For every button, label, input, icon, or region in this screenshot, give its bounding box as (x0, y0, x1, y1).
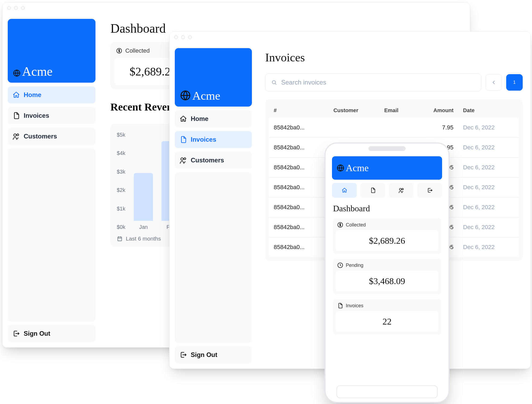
signout-icon (180, 351, 187, 359)
signout-button[interactable]: Sign Out (8, 325, 95, 342)
cell-id: 85842ba0... (269, 118, 329, 138)
cell-date: Dec 6, 2022 (458, 138, 519, 158)
users-icon (13, 133, 20, 140)
signout-label: Sign Out (24, 330, 50, 337)
cell-id: 85842ba0... (269, 237, 329, 257)
window-zoom-icon[interactable] (21, 6, 25, 10)
document-icon (370, 187, 376, 193)
home-icon (13, 91, 20, 99)
window-titlebar (169, 32, 531, 43)
sidebar-spacer (175, 172, 252, 343)
sidebar-item-home[interactable]: Home (175, 110, 252, 127)
home-icon (180, 115, 187, 123)
globe-icon (13, 69, 20, 77)
sidebar-item-label: Home (24, 91, 41, 99)
table-row[interactable]: 85842ba0...7.95Dec 6, 2022 (269, 118, 519, 138)
axis-tick: $4k (117, 150, 125, 156)
search-icon (271, 79, 277, 85)
window-close-icon[interactable] (7, 6, 11, 10)
chart-footer-label: Last 6 months (126, 235, 161, 242)
page-title: Dashboard (333, 204, 441, 213)
phone-home-indicator[interactable] (336, 385, 438, 398)
window-minimize-icon[interactable] (181, 35, 185, 39)
nav-customers-button[interactable] (389, 183, 414, 198)
nav-signout-button[interactable] (417, 183, 442, 198)
stat-value: $3,468.09 (336, 271, 438, 292)
brand-name: Acme (346, 162, 369, 174)
dollar-icon (116, 48, 122, 54)
sidebar: Acme Home Invoices Customers Sign Out (169, 43, 257, 369)
search-row: 1 (265, 73, 523, 91)
signout-icon (13, 330, 20, 337)
brand-logo[interactable]: Acme (175, 48, 252, 107)
pager-page-button[interactable]: 1 (506, 74, 523, 91)
sidebar-item-invoices[interactable]: Invoices (175, 131, 252, 148)
stat-label: Collected (125, 47, 150, 54)
chart-y-axis: $5k $4k $3k $2k $1k $0k (117, 132, 125, 230)
search-input-wrapper[interactable] (265, 73, 481, 91)
signout-label: Sign Out (191, 351, 217, 359)
window-minimize-icon[interactable] (14, 6, 18, 10)
window-titlebar (2, 2, 470, 14)
axis-tick: $2k (117, 187, 125, 193)
window-close-icon[interactable] (174, 35, 178, 39)
document-icon (13, 112, 20, 119)
cell-date: Dec 6, 2022 (458, 118, 519, 138)
col-email: Email (379, 103, 414, 118)
globe-icon (180, 90, 191, 101)
sidebar-item-customers[interactable]: Customers (8, 128, 95, 145)
phone-nav (328, 183, 446, 198)
sidebar-item-label: Home (191, 115, 209, 123)
table-header-row: # Customer Email Amount Date (269, 103, 519, 118)
brand-logo[interactable]: Acme (332, 156, 442, 180)
cell-id: 85842ba0... (269, 217, 329, 237)
stat-card-invoices: Invoices 22 (333, 299, 441, 335)
bar-rect (134, 173, 153, 221)
cell-email (379, 118, 414, 138)
cell-id: 85842ba0... (269, 158, 329, 178)
search-input[interactable] (281, 78, 475, 86)
cell-date: Dec 6, 2022 (458, 178, 519, 197)
pager-prev-button[interactable] (485, 74, 502, 91)
cell-id: 85842ba0... (269, 197, 329, 217)
bar-label: Jan (139, 224, 148, 230)
sidebar-item-label: Customers (24, 133, 57, 140)
sidebar-item-invoices[interactable]: Invoices (8, 107, 95, 124)
sidebar-item-label: Customers (191, 157, 224, 164)
col-amount: Amount (414, 103, 458, 118)
axis-tick: $3k (117, 169, 125, 175)
axis-tick: $5k (117, 132, 125, 138)
phone-notch (368, 146, 406, 151)
home-icon (342, 187, 347, 193)
users-icon (398, 187, 404, 193)
col-date: Date (458, 103, 519, 118)
sidebar-spacer (8, 149, 95, 321)
col-customer: Customer (329, 103, 380, 118)
clock-icon (337, 262, 343, 268)
nav-invoices-button[interactable] (360, 183, 385, 198)
cell-customer (329, 118, 380, 138)
brand-logo[interactable]: Acme (8, 19, 95, 83)
window-zoom-icon[interactable] (188, 35, 192, 39)
sidebar-item-label: Invoices (191, 136, 216, 143)
cell-id: 85842ba0... (269, 138, 329, 158)
calendar-icon (117, 236, 123, 242)
phone-body: Dashboard Collected $2,689.26 Pending $3… (328, 198, 446, 335)
axis-tick: $1k (117, 206, 125, 212)
cell-id: 85842ba0... (269, 178, 329, 197)
cell-amount: 7.95 (414, 118, 458, 138)
document-icon (180, 136, 187, 143)
nav-home-button[interactable] (332, 183, 357, 198)
sidebar: Acme Home Invoices Customers Sign Out (2, 14, 101, 347)
brand-name: Acme (22, 65, 53, 78)
stat-card-collected: Collected $2,689.26 (333, 218, 441, 254)
pager-page-label: 1 (513, 80, 516, 85)
col-id: # (269, 103, 329, 118)
sidebar-item-customers[interactable]: Customers (175, 152, 252, 169)
brand-name: Acme (192, 90, 220, 102)
stat-card-pending: Pending $3,468.09 (333, 259, 441, 294)
stat-value: 22 (336, 311, 438, 332)
stat-label: Pending (346, 263, 363, 268)
sidebar-item-home[interactable]: Home (8, 86, 95, 103)
signout-button[interactable]: Sign Out (175, 346, 252, 363)
